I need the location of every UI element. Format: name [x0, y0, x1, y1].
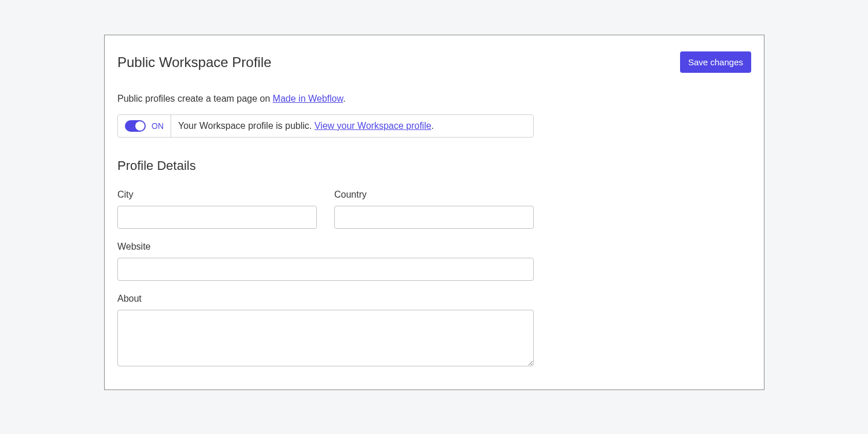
- about-group: About: [117, 294, 534, 366]
- website-group: Website: [117, 242, 534, 281]
- about-textarea[interactable]: [117, 310, 534, 366]
- about-label: About: [117, 294, 534, 304]
- made-in-webflow-link[interactable]: Made in Webflow: [273, 94, 343, 103]
- save-button[interactable]: Save changes: [680, 51, 751, 73]
- page-title: Public Workspace Profile: [117, 54, 271, 71]
- switch-knob: [135, 121, 145, 131]
- form-row-city-country: City Country: [117, 190, 534, 229]
- intro-text: Public profiles create a team page on Ma…: [117, 94, 534, 104]
- toggle-suffix: .: [431, 121, 434, 131]
- city-input[interactable]: [117, 206, 317, 229]
- intro-prefix: Public profiles create a team page on: [117, 94, 273, 103]
- toggle-state-label: ON: [152, 121, 164, 131]
- public-toggle-switch[interactable]: [125, 120, 146, 132]
- content-area: Public profiles create a team page on Ma…: [117, 94, 534, 366]
- country-input[interactable]: [334, 206, 534, 229]
- country-label: Country: [334, 190, 534, 200]
- view-profile-link[interactable]: View your Workspace profile: [315, 121, 431, 131]
- toggle-left: ON: [118, 115, 171, 137]
- city-group: City: [117, 190, 317, 229]
- toggle-message: Your Workspace profile is public. View y…: [171, 115, 441, 137]
- website-label: Website: [117, 242, 534, 252]
- city-label: City: [117, 190, 317, 200]
- form-row-website: Website: [117, 242, 534, 281]
- section-title: Profile Details: [117, 158, 534, 173]
- country-group: Country: [334, 190, 534, 229]
- toggle-status-text: Your Workspace profile is public.: [178, 121, 312, 131]
- intro-suffix: .: [343, 94, 345, 103]
- settings-card: Public Workspace Profile Save changes Pu…: [104, 35, 764, 390]
- form-row-about: About: [117, 294, 534, 366]
- public-toggle-box: ON Your Workspace profile is public. Vie…: [117, 114, 534, 138]
- website-input[interactable]: [117, 258, 534, 281]
- header-row: Public Workspace Profile Save changes: [117, 51, 751, 73]
